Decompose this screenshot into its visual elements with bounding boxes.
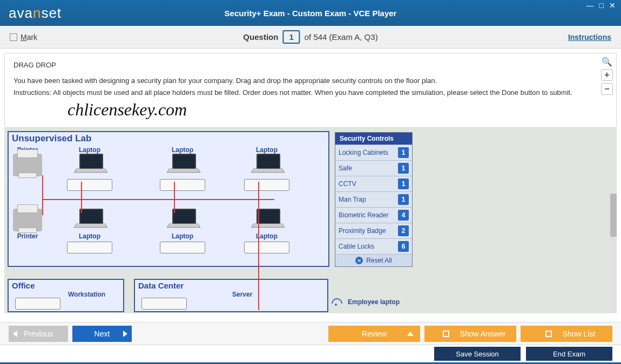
mark-checkbox[interactable] bbox=[10, 33, 17, 41]
close-icon[interactable]: ✕ bbox=[607, 1, 618, 10]
device-label: Laptop bbox=[67, 146, 112, 154]
window-title: Security+ Exam - Custom Exam - VCE Playe… bbox=[225, 9, 397, 18]
security-control-count: 1 bbox=[398, 194, 409, 205]
question-text-2: Instructions: All objects must be used a… bbox=[14, 87, 608, 98]
zoom-in-button[interactable]: + bbox=[601, 69, 613, 81]
checkbox-icon bbox=[443, 331, 449, 337]
network-wire bbox=[258, 182, 259, 267]
device-laptop: Laptop bbox=[160, 209, 205, 255]
vertical-scrollbar[interactable] bbox=[610, 194, 617, 312]
security-control-count: 1 bbox=[398, 178, 409, 189]
review-button[interactable]: Review bbox=[328, 326, 420, 342]
next-button[interactable]: Next bbox=[72, 326, 132, 342]
zoom-out-button[interactable]: − bbox=[601, 83, 613, 95]
security-control-item[interactable]: Safe 1 bbox=[335, 160, 412, 176]
device-label: Printer bbox=[13, 232, 42, 240]
device-printer: Printer bbox=[13, 209, 42, 240]
laptop-icon bbox=[252, 209, 281, 231]
security-control-label: Proximity Badge bbox=[339, 227, 386, 235]
printer-icon bbox=[13, 209, 42, 231]
device-label: Laptop bbox=[244, 146, 289, 154]
laptop-icon bbox=[168, 154, 197, 176]
logo: avanset bbox=[9, 5, 62, 22]
window-controls: — □ ✕ bbox=[584, 1, 618, 10]
security-controls-panel: Security Controls Locking Cabinets 1 Saf… bbox=[335, 132, 413, 267]
workstation-label: Workstation bbox=[68, 291, 105, 298]
question-label: Question bbox=[243, 32, 278, 42]
network-wire bbox=[42, 199, 43, 215]
wifi-icon bbox=[333, 297, 343, 308]
network-wire bbox=[42, 199, 274, 200]
title-bar: avanset Security+ Exam - Custom Exam - V… bbox=[0, 0, 621, 26]
network-wire bbox=[258, 267, 259, 310]
previous-button[interactable]: Previous bbox=[9, 326, 68, 342]
security-panel-header: Security Controls bbox=[335, 133, 412, 145]
data-center-zone: Data Center Server bbox=[134, 279, 328, 312]
device-printer: Printer bbox=[13, 146, 42, 177]
security-control-item[interactable]: Man Trap 1 bbox=[335, 191, 412, 207]
security-control-count: 2 bbox=[398, 225, 409, 236]
navigation-bar: Previous Next Review Show Answer Show Li… bbox=[0, 322, 621, 345]
security-control-item[interactable]: CCTV 1 bbox=[335, 176, 412, 191]
logo-part1: ava bbox=[9, 5, 33, 21]
question-body: DRAG DROP You have been tasked with desi… bbox=[4, 53, 617, 128]
laptop-icon bbox=[168, 209, 197, 231]
device-laptop: Laptop bbox=[244, 209, 289, 255]
reset-label: Reset All bbox=[366, 257, 392, 264]
reset-all-button[interactable]: ✕ Reset All bbox=[335, 254, 412, 266]
question-indicator: Question 1 of 544 (Exam A, Q3) bbox=[243, 30, 377, 44]
laptop-icon bbox=[252, 154, 281, 176]
next-label: Next bbox=[94, 329, 110, 338]
watermark-text: chlicensekey.com bbox=[14, 100, 608, 120]
drop-zone[interactable] bbox=[67, 242, 112, 253]
security-control-item[interactable]: Cable Locks 6 bbox=[335, 238, 412, 254]
show-list-button[interactable]: Show List bbox=[521, 326, 612, 342]
security-control-item[interactable]: Locking Cabinets 1 bbox=[335, 145, 412, 160]
show-answer-label: Show Answer bbox=[460, 329, 506, 338]
show-list-label: Show List bbox=[563, 329, 596, 338]
device-laptop: Laptop bbox=[67, 209, 112, 255]
simulation-area: Unsupervised Lab Printer Laptop Laptop L… bbox=[4, 128, 617, 313]
drop-zone[interactable] bbox=[244, 242, 289, 253]
device-label: Laptop bbox=[160, 146, 205, 154]
printer-icon bbox=[13, 154, 42, 176]
question-total: of 544 (Exam A, Q3) bbox=[305, 32, 378, 42]
device-laptop: Laptop bbox=[160, 146, 205, 193]
security-control-item[interactable]: Proximity Badge 2 bbox=[335, 223, 412, 238]
question-text-1: You have been tasked with designing a se… bbox=[14, 75, 608, 86]
floor-plan[interactable]: Unsupervised Lab Printer Laptop Laptop L… bbox=[4, 128, 415, 313]
instructions-link[interactable]: Instructions bbox=[568, 33, 611, 42]
security-control-count: 1 bbox=[398, 163, 409, 174]
drop-zone[interactable] bbox=[160, 242, 205, 253]
mark-label[interactable]: Mark bbox=[21, 33, 37, 42]
security-control-label: Cable Locks bbox=[339, 243, 374, 250]
search-icon[interactable]: 🔍 bbox=[602, 57, 612, 67]
drop-zone[interactable] bbox=[15, 298, 60, 310]
server-label: Server bbox=[232, 291, 252, 298]
security-control-label: CCTV bbox=[339, 180, 356, 188]
save-session-button[interactable]: Save Session bbox=[434, 347, 521, 361]
drop-zone[interactable] bbox=[160, 179, 205, 191]
question-header: Mark Question 1 of 544 (Exam A, Q3) Inst… bbox=[0, 26, 621, 49]
network-wire bbox=[81, 182, 82, 213]
end-exam-button[interactable]: End Exam bbox=[526, 347, 612, 361]
office-zone: Office Workstation bbox=[8, 279, 124, 312]
laptop-icon bbox=[75, 209, 104, 231]
unsupervised-lab-zone: Unsupervised Lab Printer Laptop Laptop L… bbox=[8, 131, 329, 267]
lab-title: Unsupervised Lab bbox=[12, 133, 91, 144]
drop-zone[interactable] bbox=[67, 179, 112, 191]
drop-zone[interactable] bbox=[244, 179, 289, 191]
security-control-label: Biometric Reader bbox=[339, 211, 389, 219]
zoom-controls: 🔍 + − bbox=[601, 57, 613, 95]
data-center-title: Data Center bbox=[138, 281, 184, 290]
question-number[interactable]: 1 bbox=[282, 30, 300, 44]
show-answer-button[interactable]: Show Answer bbox=[424, 326, 516, 342]
security-control-label: Locking Cabinets bbox=[339, 149, 388, 156]
maximize-icon[interactable]: □ bbox=[597, 1, 606, 10]
device-label: Laptop bbox=[67, 232, 112, 240]
minimize-icon[interactable]: — bbox=[584, 1, 596, 10]
security-control-count: 1 bbox=[398, 147, 409, 158]
drop-zone[interactable] bbox=[141, 298, 187, 310]
security-control-item[interactable]: Biometric Reader 4 bbox=[335, 207, 412, 223]
previous-label: Previous bbox=[24, 329, 53, 338]
